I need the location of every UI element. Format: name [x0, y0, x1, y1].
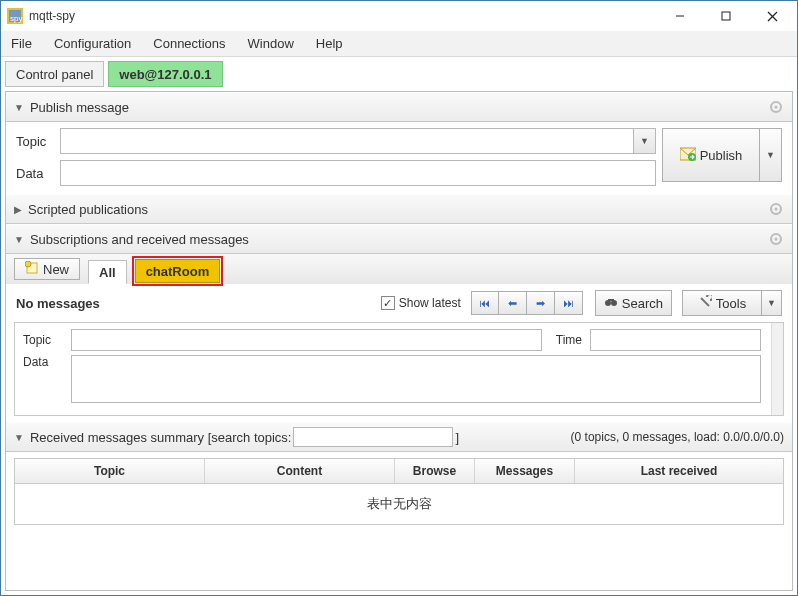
- menubar: File Configuration Connections Window He…: [1, 31, 797, 57]
- show-latest-label: Show latest: [399, 296, 461, 310]
- scrollbar[interactable]: [771, 323, 783, 415]
- main-tabstrip: Control panel web@127.0.0.1: [5, 61, 793, 87]
- col-messages[interactable]: Messages: [475, 459, 575, 483]
- publish-data-input[interactable]: [60, 160, 656, 186]
- subscription-tabstrip: New All chatRoom: [6, 254, 792, 284]
- envelope-icon: [680, 147, 696, 164]
- chevron-down-icon: ▼: [14, 102, 24, 113]
- summary-table-header: Topic Content Browse Messages Last recei…: [15, 459, 783, 484]
- menu-window[interactable]: Window: [248, 36, 294, 51]
- col-browse[interactable]: Browse: [395, 459, 475, 483]
- svg-point-16: [25, 261, 31, 267]
- menu-connections[interactable]: Connections: [153, 36, 225, 51]
- show-latest-checkbox[interactable]: ✓ Show latest: [381, 296, 461, 310]
- summary-stats: (0 topics, 0 messages, load: 0.0/0.0/0.0…: [571, 430, 784, 444]
- search-button[interactable]: Search: [595, 290, 672, 316]
- nav-last-button[interactable]: ⏭: [555, 291, 583, 315]
- chevron-down-icon: ▼: [14, 432, 24, 443]
- titlebar: spy mqtt-spy: [1, 1, 797, 31]
- no-messages-label: No messages: [16, 296, 100, 311]
- col-topic[interactable]: Topic: [15, 459, 205, 483]
- message-topic-field[interactable]: [71, 329, 542, 351]
- chevron-right-icon: ▶: [14, 204, 22, 215]
- gear-icon[interactable]: [768, 99, 784, 115]
- menu-file[interactable]: File: [11, 36, 32, 51]
- gear-icon[interactable]: [768, 231, 784, 247]
- minimize-button[interactable]: [657, 2, 703, 30]
- col-last-received[interactable]: Last received: [575, 459, 783, 483]
- message-data-field[interactable]: [71, 355, 761, 403]
- summary-search-input[interactable]: [293, 427, 453, 447]
- checkbox-icon: ✓: [381, 296, 395, 310]
- section-subscriptions-title: Subscriptions and received messages: [30, 232, 768, 247]
- menu-help[interactable]: Help: [316, 36, 343, 51]
- summary-empty-text: 表中无内容: [15, 484, 783, 524]
- new-note-icon: [25, 261, 39, 278]
- svg-text:spy: spy: [10, 14, 22, 23]
- publish-button-label: Publish: [700, 148, 743, 163]
- menu-configuration[interactable]: Configuration: [54, 36, 131, 51]
- section-scripted-title: Scripted publications: [28, 202, 768, 217]
- nav-next-button[interactable]: ➡: [527, 291, 555, 315]
- app-icon: spy: [7, 8, 23, 24]
- binoculars-icon: [604, 296, 618, 311]
- tab-control-panel[interactable]: Control panel: [5, 61, 104, 87]
- subscription-tab-chatroom[interactable]: chatRoom: [135, 259, 221, 283]
- publish-topic-dropdown[interactable]: ▼: [634, 128, 656, 154]
- section-scripted-header[interactable]: ▶ Scripted publications: [6, 194, 792, 224]
- publish-button-caret[interactable]: ▼: [760, 128, 782, 182]
- publish-button[interactable]: Publish: [662, 128, 760, 182]
- summary-title-suffix: ]: [455, 430, 459, 445]
- gear-icon[interactable]: [768, 201, 784, 217]
- message-data-label: Data: [23, 355, 63, 369]
- message-details-panel: Topic Time Data: [14, 322, 784, 416]
- message-topic-label: Topic: [23, 333, 63, 347]
- section-subscriptions-header[interactable]: ▼ Subscriptions and received messages: [6, 224, 792, 254]
- tab-connection[interactable]: web@127.0.0.1: [108, 61, 222, 87]
- message-time-label: Time: [556, 333, 582, 347]
- nav-prev-button[interactable]: ⬅: [499, 291, 527, 315]
- message-time-field[interactable]: [590, 329, 761, 351]
- section-publish-header[interactable]: ▼ Publish message: [6, 92, 792, 122]
- search-button-label: Search: [622, 296, 663, 311]
- tools-button-caret[interactable]: ▼: [762, 290, 782, 316]
- new-subscription-button[interactable]: New: [14, 258, 80, 280]
- tools-button[interactable]: Tools: [682, 290, 762, 316]
- svg-rect-19: [608, 299, 614, 301]
- chevron-down-icon: ▼: [14, 234, 24, 245]
- svg-point-14: [775, 238, 778, 241]
- subscription-tab-all[interactable]: All: [88, 260, 127, 284]
- close-button[interactable]: [749, 2, 795, 30]
- col-content[interactable]: Content: [205, 459, 395, 483]
- wrench-icon: [698, 295, 712, 312]
- tools-button-label: Tools: [716, 296, 746, 311]
- publish-data-label: Data: [16, 166, 60, 181]
- publish-topic-input[interactable]: [60, 128, 634, 154]
- maximize-button[interactable]: [703, 2, 749, 30]
- svg-rect-4: [722, 12, 730, 20]
- summary-title-prefix: Received messages summary [search topics…: [30, 430, 292, 445]
- window-title: mqtt-spy: [29, 9, 657, 23]
- publish-topic-label: Topic: [16, 134, 60, 149]
- nav-first-button[interactable]: ⏮: [471, 291, 499, 315]
- new-subscription-label: New: [43, 262, 69, 277]
- svg-point-8: [775, 106, 778, 109]
- svg-point-12: [775, 208, 778, 211]
- section-summary-header[interactable]: ▼ Received messages summary [search topi…: [6, 422, 792, 452]
- section-publish-title: Publish message: [30, 100, 768, 115]
- summary-table: Topic Content Browse Messages Last recei…: [14, 458, 784, 525]
